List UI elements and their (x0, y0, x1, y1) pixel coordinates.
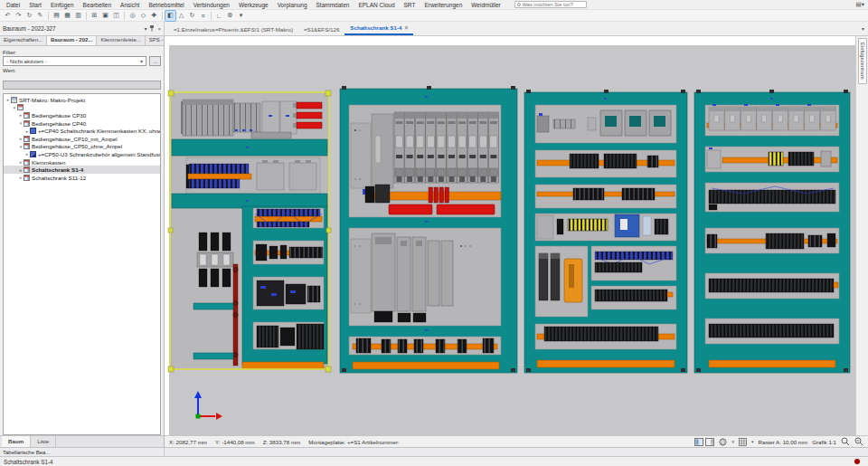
menu-item-erweiterungen[interactable]: Erweiterungen (420, 0, 467, 10)
search-3d-icon[interactable]: ✚ (149, 11, 159, 21)
toolbar-separator (162, 12, 163, 20)
copy-paste-icon[interactable]: ▣ (100, 11, 110, 21)
zoom-in-icon[interactable] (854, 437, 863, 446)
filter-dropdown[interactable]: - Nicht aktiviert - ▾ (3, 56, 146, 66)
tree-item-bediengeh-use-cp30[interactable]: ▸Bediengehäuse CP30 (4, 111, 160, 119)
more-icon[interactable]: ▾ (236, 11, 246, 21)
layout-grid-icon[interactable]: ▦ (62, 11, 72, 21)
tree-item-klemmkasten[interactable]: ▸Klemmkasten (4, 158, 160, 166)
tree-item-label: Bediengehäuse_CP10_mit_Ampel (32, 136, 118, 142)
zoom-out-icon[interactable] (841, 437, 850, 446)
housing-icon (24, 112, 30, 119)
3d-sphere-icon[interactable] (719, 438, 727, 446)
housing-icon (24, 120, 30, 127)
doc-tab-1-einzelmakros-phoenix-efs-1-srt-makro[interactable]: =1.Einzelmakros=Phoenix.&EFS/1 (SRT-Makr… (168, 24, 298, 35)
menu-item-eplan-cloud[interactable]: EPLAN Cloud (354, 0, 399, 10)
menu-item-start[interactable]: Start (24, 0, 46, 10)
tree-item[interactable]: ▾ (4, 104, 160, 112)
tree-item-cp50-u3-schrankzubeh-r-allgeme[interactable]: ▸+=CP50-U3 Schrankzubehör allgemein Stan… (4, 150, 160, 158)
menu-item-stammdaten[interactable]: Stammdaten (312, 0, 354, 10)
panel-tab-eigenschaften[interactable]: Eigenschaften... (0, 36, 47, 45)
menu-item-werkzeuge[interactable]: Werkzeuge (234, 0, 273, 10)
doc-tab-s1-efs-126[interactable]: =S1&EFS/126 (298, 24, 344, 35)
tree-item-label: SRT-Makro: Makro-Projekt (19, 97, 85, 103)
housing-icon (24, 166, 30, 173)
close-tab-icon[interactable]: × (404, 24, 408, 31)
tree-item-cp40-schaltschrank-klemmenkast[interactable]: ▸+=CP40 Schaltschrank Klemmenkasten KX, … (4, 127, 160, 135)
chevron-down-icon[interactable]: ▾ (751, 439, 754, 444)
filter-more-button[interactable]: ... (149, 56, 161, 66)
tree-item-label: Schaltschrank S11-12 (32, 175, 86, 181)
search-box[interactable] (514, 1, 587, 8)
redo-repeat-icon[interactable]: ↻ (24, 11, 34, 21)
doc-tab-label: Schaltschrank S1-4 (350, 24, 401, 31)
grid-snap-icon[interactable] (739, 438, 747, 446)
graphics-icon[interactable]: △ (176, 11, 186, 21)
tree-item-bediengeh-use-cp50-ohne-ampel[interactable]: ▾Bediengehäuse_CP50_ohne_Ampel (4, 143, 160, 151)
menu-item-einf-gen[interactable]: Einfügen (46, 0, 79, 10)
tree-item-schaltschrank-s1-4[interactable]: ▸Schaltschrank S1-4 (4, 166, 160, 174)
layers-icon[interactable]: ▥ (73, 11, 83, 21)
filter-value: - Nicht aktiviert - (6, 58, 47, 64)
einfuegezentrum-tab[interactable]: Einfügezentrum (858, 38, 867, 84)
page-navigator-icon[interactable]: ◎ (127, 11, 137, 21)
canvas-statusbar: X: 2082,77 mm Y: -1440,08 mm Z: 3833,78 … (165, 435, 868, 447)
tabellarische-title[interactable]: Tabellarische Bea... (0, 448, 165, 456)
align-icon[interactable]: ≡ (198, 11, 208, 21)
tree-item-bediengeh-use-cp40[interactable]: ▾Bediengehäuse CP40 (4, 119, 160, 128)
grafik-scale: Grafik 1:1 (812, 439, 836, 445)
raster-info: Raster A: 10,00 mm (758, 439, 807, 445)
format-painter-icon[interactable]: ✎ (35, 11, 45, 21)
dock-layout-icons[interactable] (694, 438, 714, 446)
menu-item-bearbeiten[interactable]: Bearbeiten (79, 0, 116, 10)
search-input[interactable] (523, 2, 584, 7)
menu-item-vorplanung[interactable]: Vorplanung (273, 0, 312, 10)
menu-item-srt[interactable]: SRT (400, 0, 420, 10)
lightbulb-icon (517, 3, 521, 6)
panel-dropdown-icon[interactable]: ▾ (144, 25, 146, 32)
project-tree: ▸SRT-Makro: Makro-Projekt▾▸Bediengehäuse… (3, 93, 161, 435)
tree-item-label: Klemmkasten (32, 159, 65, 166)
panel-tab-bauraum-202[interactable]: Bauraum - 202... (47, 36, 97, 45)
menu-item-betriebsmittel[interactable]: Betriebsmittel (144, 0, 188, 10)
tree-item-bediengeh-use-cp10-mit-ampel[interactable]: ▸Bediengehäuse_CP10_mit_Ampel (4, 135, 160, 143)
wert-input[interactable] (3, 81, 161, 90)
redo-icon[interactable]: ↷ (14, 11, 24, 21)
tabellarische-panel-bar: Tabellarische Bea... (0, 447, 868, 456)
menubar-items: DateiStartEinfügenBearbeitenAnsichtBetri… (2, 0, 505, 10)
insert-symbol-icon[interactable]: ⊞ (90, 11, 99, 21)
device-navigator-icon[interactable]: ◇ (138, 11, 148, 21)
ribbon-options-icon[interactable]: ▤▾ (856, 1, 864, 8)
eplan-window: DateiStartEinfügenBearbeitenAnsichtBetri… (0, 0, 868, 466)
panel-tab-sps-srt-makro[interactable]: SPS - SRT-Makro (146, 36, 164, 45)
panel-tabs: Eigenschaften...Bauraum - 202...Klemmenl… (0, 36, 164, 46)
panel-close-icon[interactable]: × (157, 26, 161, 32)
view-tab-baum[interactable]: Baum (2, 436, 31, 447)
undo-icon[interactable]: ↶ (3, 11, 13, 21)
tree-view-tabs: BaumListe (0, 435, 164, 447)
rotate-icon[interactable]: ↻ (187, 11, 197, 21)
panel-tab-klemmenleiste[interactable]: Klemmenleiste... (97, 36, 145, 45)
view-tab-liste[interactable]: Liste (31, 436, 56, 447)
doc-tab-schaltschrank-s1-4[interactable]: Schaltschrank S1-4× (344, 23, 413, 35)
structure-icon (17, 104, 24, 110)
drawing-canvas[interactable] (165, 36, 855, 435)
cabinet-3 (524, 90, 687, 373)
document-tabstrip: =1.Einzelmakros=Phoenix.&EFS/1 (SRT-Makr… (165, 22, 862, 35)
menu-item-ansicht[interactable]: Ansicht (116, 0, 144, 10)
list-view-icon[interactable]: ▤ (52, 11, 61, 21)
tree-item-schaltschrank-s11-12[interactable]: ▸Schaltschrank S11-12 (4, 174, 160, 182)
3d-view-icon[interactable]: ◧ (165, 11, 175, 21)
tree-item-label: Bediengehäuse_CP50_ohne_Ampel (32, 143, 122, 149)
chevron-down-icon[interactable]: ▾ (731, 439, 734, 444)
measure-icon[interactable]: ∟ (214, 11, 224, 21)
window-macro-icon[interactable]: ◫ (111, 11, 121, 21)
menu-item-datei[interactable]: Datei (2, 0, 24, 10)
tree-item-srt-makro-makro-projekt[interactable]: ▸SRT-Makro: Makro-Projekt (4, 96, 160, 104)
pin-icon[interactable] (149, 25, 155, 32)
settings-icon[interactable]: ⚙ (225, 11, 235, 21)
toolbar-separator (48, 12, 49, 20)
menu-item-verbindungen[interactable]: Verbindungen (189, 0, 234, 10)
tabstrip-overflow-icon[interactable]: ▾ (862, 25, 864, 32)
menu-item-weidm-ller[interactable]: Weidmüller (467, 0, 505, 10)
